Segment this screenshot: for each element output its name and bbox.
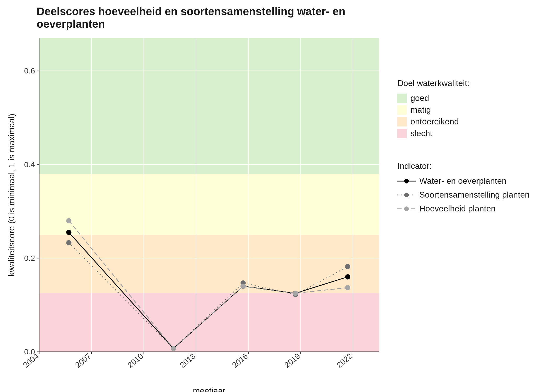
legend-swatch	[397, 105, 407, 115]
x-tick-label: 2010	[126, 351, 145, 369]
band-slecht	[39, 293, 379, 352]
series-point	[345, 264, 350, 269]
legend-indicator-title: Indicator:	[397, 161, 530, 171]
legend-line-icon	[397, 178, 416, 184]
legend-band-label: matig	[410, 105, 431, 115]
y-tick-label: 0.2	[24, 254, 35, 262]
legend-series-2: Hoeveelheid planten	[397, 204, 530, 214]
series-point	[66, 240, 71, 245]
chart-title: Deelscores hoeveelheid en soortensamenst…	[37, 5, 387, 30]
x-tick-label: 2007	[74, 351, 93, 369]
legend-series: Water- en oeverplantenSoortensamenstelli…	[397, 176, 530, 214]
series-point	[293, 291, 298, 296]
x-axis-label: meetjaar	[193, 386, 226, 392]
x-tick-label: 2022	[335, 351, 354, 369]
legend-quality-title: Doel waterkwaliteit:	[397, 78, 530, 88]
legend-band-ontoereikend: ontoereikend	[397, 117, 530, 126]
series-point	[66, 218, 71, 223]
legend-band-label: ontoereikend	[410, 117, 459, 126]
svg-point-1	[404, 179, 409, 183]
legend-band-label: slecht	[410, 129, 432, 138]
legend-band-matig: matig	[397, 105, 530, 115]
legend-line-icon	[397, 192, 416, 198]
svg-point-3	[404, 193, 409, 197]
legend-swatch	[397, 117, 407, 126]
x-tick-label: 2013	[178, 351, 197, 369]
legend-line-icon	[397, 206, 416, 212]
series-point	[171, 346, 176, 351]
x-tick-label: 2019	[283, 351, 302, 369]
band-goed	[39, 38, 379, 174]
legend-series-label: Soortensamenstelling planten	[419, 190, 530, 200]
series-point	[241, 284, 246, 289]
series-point	[345, 274, 350, 279]
legend-bands: goedmatigontoereikendslecht	[397, 93, 530, 138]
chart-container: Deelscores hoeveelheid en soortensamenst…	[5, 5, 544, 387]
legend-series-0: Water- en oeverplanten	[397, 176, 530, 186]
legend-swatch	[397, 129, 407, 138]
legend: Doel waterkwaliteit: goedmatigontoereike…	[397, 78, 530, 218]
y-axis-label: kwaliteitscore (0 is minimaal, 1 is maxi…	[7, 114, 16, 276]
x-tick-label: 2016	[231, 351, 249, 369]
legend-swatch	[397, 94, 407, 103]
series-point	[345, 285, 350, 290]
legend-series-label: Water- en oeverplanten	[419, 176, 506, 186]
band-matig	[39, 174, 379, 235]
chart-svg: 0.00.20.40.62004200720102013201620192022…	[5, 33, 387, 392]
plot-area: Deelscores hoeveelheid en soortensamenst…	[5, 5, 387, 392]
legend-band-goed: goed	[397, 93, 530, 103]
y-tick-label: 0.6	[24, 66, 35, 75]
legend-band-label: goed	[410, 93, 429, 103]
y-tick-label: 0.4	[24, 160, 35, 169]
legend-band-slecht: slecht	[397, 129, 530, 138]
svg-point-5	[404, 206, 409, 211]
legend-series-1: Soortensamenstelling planten	[397, 190, 530, 200]
legend-series-label: Hoeveelheid planten	[419, 204, 496, 214]
series-point	[66, 230, 71, 235]
